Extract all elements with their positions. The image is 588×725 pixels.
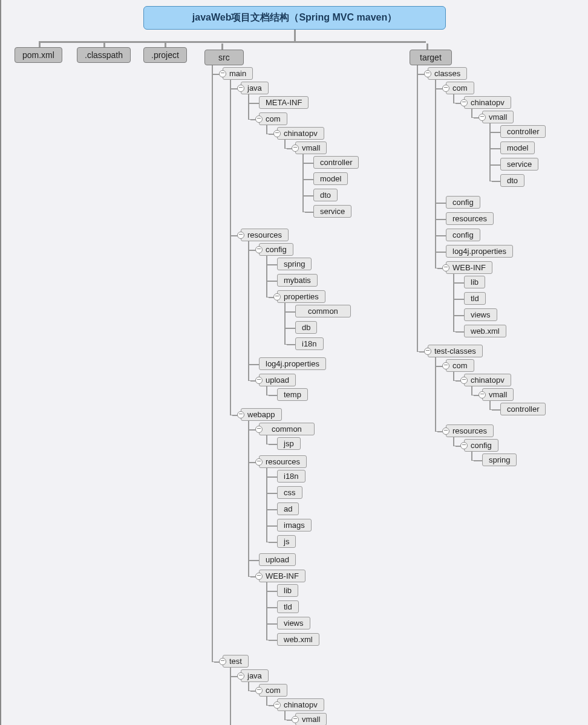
node-vmall[interactable]: vmall bbox=[295, 713, 327, 725]
toggle-icon[interactable] bbox=[237, 411, 244, 418]
node-com[interactable]: com bbox=[259, 112, 287, 125]
toggle-icon[interactable] bbox=[424, 70, 431, 77]
toggle-icon[interactable] bbox=[442, 362, 449, 369]
node-resources[interactable]: resources bbox=[446, 424, 494, 437]
toggle-icon[interactable] bbox=[292, 716, 299, 723]
node-vmall[interactable]: vmall bbox=[482, 388, 514, 401]
toggle-icon[interactable] bbox=[479, 114, 486, 121]
toggle-icon[interactable] bbox=[460, 442, 468, 449]
node-jsp[interactable]: jsp bbox=[277, 437, 301, 450]
node-i18n[interactable]: i18n bbox=[277, 470, 305, 483]
node-pom[interactable]: pom.xml bbox=[15, 47, 62, 63]
toggle-icon[interactable] bbox=[273, 293, 281, 301]
node-controller[interactable]: controller bbox=[313, 156, 359, 169]
node-classes[interactable]: classes bbox=[428, 67, 467, 80]
toggle-icon[interactable] bbox=[255, 573, 263, 580]
node-controller[interactable]: controller bbox=[500, 125, 546, 138]
node-tld[interactable]: tld bbox=[464, 292, 486, 305]
node-model[interactable]: model bbox=[500, 141, 535, 154]
node-log4j[interactable]: log4j.properties bbox=[259, 357, 326, 370]
node-test[interactable]: test bbox=[223, 655, 249, 668]
toggle-icon[interactable] bbox=[442, 428, 449, 435]
node-temp[interactable]: temp bbox=[277, 388, 308, 401]
node-vmall[interactable]: vmall bbox=[295, 141, 327, 154]
node-views[interactable]: views bbox=[277, 617, 310, 629]
node-com[interactable]: com bbox=[259, 684, 287, 697]
node-lib[interactable]: lib bbox=[464, 276, 485, 288]
node-js[interactable]: js bbox=[277, 535, 296, 548]
node-webinf[interactable]: WEB-INF bbox=[259, 570, 305, 582]
node-properties[interactable]: properties bbox=[277, 290, 325, 303]
node-spring[interactable]: spring bbox=[482, 454, 517, 466]
node-metainf[interactable]: META-INF bbox=[259, 96, 309, 109]
node-controller[interactable]: controller bbox=[500, 403, 546, 415]
node-chinatopv[interactable]: chinatopv bbox=[277, 698, 324, 711]
toggle-icon[interactable] bbox=[442, 264, 449, 271]
toggle-icon[interactable] bbox=[273, 130, 281, 137]
toggle-icon[interactable] bbox=[255, 687, 263, 694]
toggle-icon[interactable] bbox=[237, 232, 244, 239]
node-chinatopv[interactable]: chinatopv bbox=[464, 374, 511, 386]
node-main[interactable]: main bbox=[223, 67, 253, 80]
node-config[interactable]: config bbox=[464, 439, 498, 452]
toggle-icon[interactable] bbox=[292, 145, 299, 152]
node-views[interactable]: views bbox=[464, 308, 497, 321]
toggle-icon[interactable] bbox=[237, 85, 244, 92]
node-db[interactable]: db bbox=[295, 321, 317, 334]
node-upload[interactable]: upload bbox=[259, 553, 296, 566]
toggle-icon[interactable] bbox=[255, 377, 263, 384]
node-classpath[interactable]: .classpath bbox=[77, 47, 131, 63]
toggle-icon[interactable] bbox=[424, 348, 431, 355]
node-com[interactable]: com bbox=[446, 82, 474, 94]
toggle-icon[interactable] bbox=[219, 70, 226, 77]
node-webxml[interactable]: web.xml bbox=[464, 325, 506, 337]
node-css[interactable]: css bbox=[277, 486, 302, 499]
node-config[interactable]: config bbox=[446, 196, 480, 209]
node-tld[interactable]: tld bbox=[277, 600, 299, 613]
node-mybatis[interactable]: mybatis bbox=[277, 274, 318, 287]
node-vmall[interactable]: vmall bbox=[482, 111, 514, 123]
node-upload[interactable]: upload bbox=[259, 374, 296, 386]
toggle-icon[interactable] bbox=[460, 377, 468, 384]
node-service[interactable]: service bbox=[313, 205, 351, 218]
toggle-icon[interactable] bbox=[237, 672, 244, 680]
node-chinatopv[interactable]: chinatopv bbox=[464, 96, 511, 109]
node-model[interactable]: model bbox=[313, 172, 348, 185]
node-service[interactable]: service bbox=[500, 158, 538, 171]
node-log4j[interactable]: log4j.properties bbox=[446, 245, 513, 258]
toggle-icon[interactable] bbox=[219, 658, 226, 665]
node-webxml[interactable]: web.xml bbox=[277, 633, 319, 646]
node-resources[interactable]: resources bbox=[259, 455, 307, 468]
node-common[interactable]: common bbox=[295, 305, 351, 317]
toggle-icon[interactable] bbox=[273, 701, 281, 709]
node-resources[interactable]: resources bbox=[241, 229, 289, 241]
node-test-classes[interactable]: test-classes bbox=[428, 345, 483, 357]
node-config[interactable]: config bbox=[259, 243, 293, 256]
node-imags[interactable]: imags bbox=[277, 519, 312, 532]
toggle-icon[interactable] bbox=[255, 246, 263, 253]
node-dto[interactable]: dto bbox=[313, 189, 338, 201]
node-src[interactable]: src bbox=[204, 50, 244, 65]
node-java[interactable]: java bbox=[241, 82, 269, 94]
node-webinf[interactable]: WEB-INF bbox=[446, 261, 492, 274]
node-common[interactable]: common bbox=[259, 423, 315, 435]
node-config[interactable]: config bbox=[446, 229, 480, 241]
node-dto[interactable]: dto bbox=[500, 174, 524, 187]
node-ad[interactable]: ad bbox=[277, 502, 299, 515]
toggle-icon[interactable] bbox=[442, 85, 449, 92]
node-target[interactable]: target bbox=[410, 50, 452, 65]
toggle-icon[interactable] bbox=[255, 458, 263, 466]
node-lib[interactable]: lib bbox=[277, 584, 298, 597]
node-resources[interactable]: resources bbox=[446, 212, 494, 225]
node-i18n[interactable]: i18n bbox=[295, 337, 324, 350]
node-project[interactable]: .project bbox=[143, 47, 187, 63]
node-java[interactable]: java bbox=[241, 669, 269, 682]
node-com[interactable]: com bbox=[446, 359, 474, 372]
toggle-icon[interactable] bbox=[255, 426, 263, 433]
node-spring[interactable]: spring bbox=[277, 258, 312, 270]
node-webapp[interactable]: webapp bbox=[241, 408, 282, 421]
node-chinatopv[interactable]: chinatopv bbox=[277, 127, 324, 140]
toggle-icon[interactable] bbox=[479, 391, 486, 398]
toggle-icon[interactable] bbox=[460, 99, 468, 106]
toggle-icon[interactable] bbox=[255, 115, 263, 123]
